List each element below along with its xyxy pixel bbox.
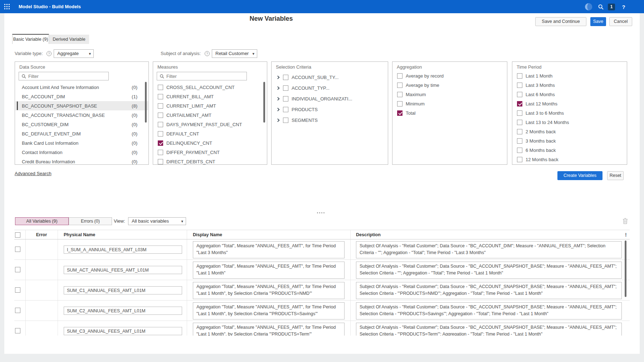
measure-checkbox[interactable] <box>158 159 163 164</box>
aggregation-checkbox[interactable] <box>397 110 402 116</box>
measures-filter-input[interactable] <box>166 72 245 80</box>
time-period-item[interactable]: 3 Months back <box>513 136 626 145</box>
data-source-item[interactable]: BC_ACCOUNT_TRANSACTION_BASE(0) <box>15 110 148 120</box>
subject-of-analysis-select[interactable]: Retail Customer <box>212 49 257 58</box>
aggregation-checkbox[interactable] <box>397 92 402 97</box>
tab-all-variables[interactable]: All Variables (9) <box>15 217 69 225</box>
criteria-checkbox[interactable] <box>283 85 288 91</box>
display-name-box[interactable]: Aggregation "Total", Measure "ANNUAL_FEE… <box>193 282 345 299</box>
data-source-item[interactable]: BC_DEFAULT_EVENT_DIM(0) <box>15 129 148 138</box>
select-all-checkbox[interactable] <box>15 232 20 238</box>
delete-variable-icon[interactable] <box>623 218 628 225</box>
data-source-item[interactable]: Credit Bureau Information(0) <box>15 157 148 164</box>
data-source-item[interactable]: Account Limit And Tenure Information(0) <box>15 83 148 92</box>
expand-chevron-icon[interactable] <box>276 97 280 100</box>
measure-item[interactable]: CURTAILMENT_AMT <box>153 110 267 120</box>
criteria-checkbox[interactable] <box>283 75 288 80</box>
measure-item[interactable]: DELINQUENCY_CNT <box>153 138 267 148</box>
description-box[interactable]: Subject Of Analysis - "Retail Customer";… <box>356 241 622 258</box>
advanced-search-link[interactable]: Advanced Search <box>15 171 52 176</box>
measure-checkbox[interactable] <box>158 94 163 99</box>
data-source-item[interactable]: BC_ACCOUNT_SNAPSHOT_BASE(8) <box>15 101 148 110</box>
row-checkbox[interactable] <box>15 287 20 293</box>
time-period-item[interactable]: 12 Months back <box>513 155 626 164</box>
time-period-checkbox[interactable] <box>517 148 522 153</box>
measure-item[interactable]: DIRECT_DEBITS_CNT <box>153 157 267 164</box>
row-checkbox[interactable] <box>15 308 20 313</box>
app-switcher-icon[interactable] <box>4 4 10 10</box>
splitter-handle[interactable] <box>317 212 325 213</box>
time-period-checkbox[interactable] <box>517 157 522 162</box>
time-period-item[interactable]: 6 Months back <box>513 145 626 155</box>
criteria-checkbox[interactable] <box>283 107 288 112</box>
row-checkbox[interactable] <box>15 247 20 252</box>
expand-chevron-icon[interactable] <box>276 108 280 111</box>
measure-checkbox[interactable] <box>158 85 163 90</box>
variable-type-select[interactable]: Aggregate <box>54 49 94 58</box>
aggregation-item[interactable]: Minimum <box>393 99 507 108</box>
column-options-icon[interactable]: ! <box>625 232 627 238</box>
time-period-item[interactable]: Last 6 Months <box>513 90 626 99</box>
measure-checkbox[interactable] <box>158 122 163 127</box>
row-checkbox[interactable] <box>15 267 20 272</box>
time-period-checkbox[interactable] <box>517 83 522 88</box>
data-source-scrollbar[interactable] <box>145 82 147 123</box>
measure-checkbox[interactable] <box>158 131 163 137</box>
time-period-checkbox[interactable] <box>517 138 522 144</box>
measure-checkbox[interactable] <box>158 140 163 146</box>
help-icon[interactable]: ? <box>619 3 628 11</box>
reset-button[interactable]: Reset <box>607 171 624 180</box>
description-box[interactable]: Subject Of Analysis - "Retail Customer";… <box>356 262 622 279</box>
data-source-filter-input[interactable] <box>28 72 107 80</box>
measure-item[interactable]: CROSS_SELL_ACCOUNT_CNT <box>153 83 267 92</box>
brand-logo-icon[interactable] <box>584 3 593 11</box>
cancel-button[interactable]: Cancel <box>609 17 632 26</box>
search-icon[interactable] <box>596 3 605 11</box>
expand-chevron-icon[interactable] <box>276 118 280 122</box>
display-name-box[interactable]: Aggregation "Total", Measure "ANNUAL_FEE… <box>193 302 345 319</box>
aggregation-item[interactable]: Average by record <box>393 71 507 80</box>
display-name-box[interactable]: Aggregation "Total", Measure "ANNUAL_FEE… <box>193 241 345 258</box>
expand-chevron-icon[interactable] <box>276 75 280 79</box>
aggregation-checkbox[interactable] <box>397 101 402 106</box>
physical-name-input[interactable] <box>64 307 182 315</box>
measure-item[interactable]: DIFFER_PAYMENT_CNT <box>153 148 267 157</box>
measure-item[interactable]: CURRENT_LIMIT_AMT <box>153 101 267 110</box>
aggregation-item[interactable]: Average by time <box>393 80 507 90</box>
physical-name-input[interactable] <box>64 286 182 294</box>
criteria-checkbox[interactable] <box>283 96 288 101</box>
expand-chevron-icon[interactable] <box>276 86 280 90</box>
save-button[interactable]: Save <box>590 17 606 26</box>
measure-item[interactable]: DEFAULT_CNT <box>153 129 267 138</box>
time-period-checkbox[interactable] <box>517 120 522 125</box>
measure-checkbox[interactable] <box>158 103 163 109</box>
time-period-item[interactable]: Last 3 Months <box>513 80 626 90</box>
physical-name-input[interactable] <box>64 246 182 254</box>
time-period-checkbox[interactable] <box>517 101 522 106</box>
measure-item[interactable]: DAYS_PAYMENT_PAST_DUE_CNT <box>153 120 267 129</box>
aggregation-item[interactable]: Maximum <box>393 90 507 99</box>
measures-scrollbar[interactable] <box>263 82 265 123</box>
time-period-checkbox[interactable] <box>517 129 522 134</box>
subject-help-icon[interactable]: ? <box>205 51 210 56</box>
time-period-item[interactable]: 2 Months back <box>513 127 626 136</box>
description-box[interactable]: Subject Of Analysis - "Retail Customer";… <box>356 323 622 336</box>
tab-errors[interactable]: Errors (0) <box>69 217 112 225</box>
data-source-item[interactable]: BC_ACCOUNT_DIM(1) <box>15 92 148 101</box>
row-checkbox[interactable] <box>15 328 20 333</box>
time-period-item[interactable]: Last 1 Month <box>513 71 626 80</box>
create-variables-button[interactable]: Create Variables <box>557 171 602 180</box>
tab-derived-variable[interactable]: Derived Variable <box>49 35 89 44</box>
time-period-item[interactable]: Last 3 to 6 Months <box>513 108 626 118</box>
time-period-checkbox[interactable] <box>517 73 522 79</box>
save-and-continue-button[interactable]: Save and Continue <box>535 17 586 26</box>
description-box[interactable]: Subject Of Analysis - "Retail Customer";… <box>356 302 622 319</box>
selection-criteria-item[interactable]: INDIVIDUAL_ORGANIZATI... <box>272 93 387 104</box>
selection-criteria-item[interactable]: ACCOUNT_TYP... <box>272 83 387 93</box>
aggregation-item[interactable]: Total <box>393 108 507 118</box>
time-period-checkbox[interactable] <box>517 110 522 116</box>
table-scrollbar[interactable] <box>625 240 626 297</box>
time-period-item[interactable]: Last 13 to 24 Months <box>513 118 626 127</box>
measure-checkbox[interactable] <box>158 113 163 118</box>
measure-item[interactable]: CURRENT_BILL_AMT <box>153 92 267 101</box>
